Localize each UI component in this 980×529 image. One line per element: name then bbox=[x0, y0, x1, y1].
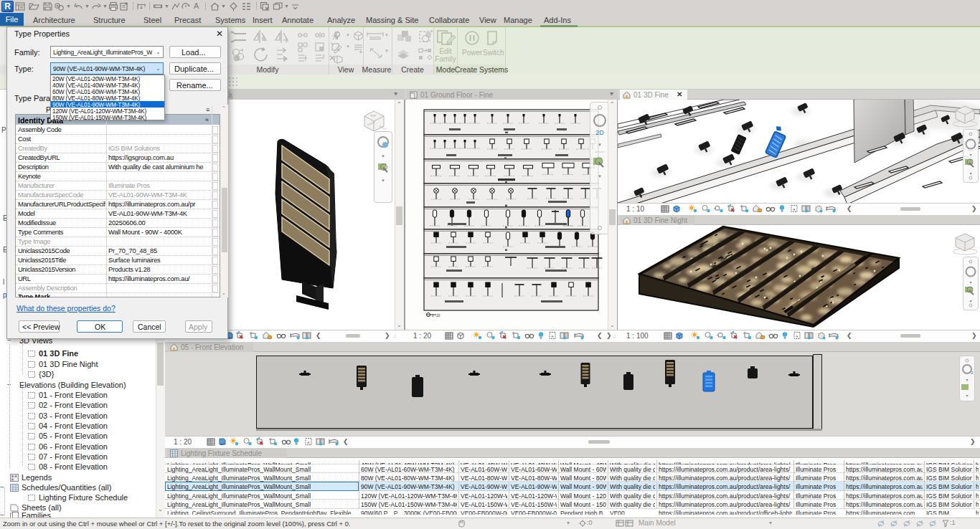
svg-text:2D: 2D bbox=[595, 129, 604, 136]
svg-text:2D: 2D bbox=[971, 371, 974, 375]
svg-text:▾: ▾ bbox=[969, 280, 971, 285]
svg-text:▾: ▾ bbox=[969, 153, 971, 157]
svg-text:▾: ▾ bbox=[382, 178, 385, 183]
svg-text:1 : 20: 1 : 20 bbox=[432, 314, 440, 318]
svg-text:TOP: TOP bbox=[370, 114, 376, 118]
svg-text:▾: ▾ bbox=[598, 142, 601, 147]
svg-text:▾: ▾ bbox=[966, 378, 968, 382]
svg-text:▾: ▾ bbox=[598, 173, 601, 178]
svg-text:▾: ▾ bbox=[969, 299, 971, 303]
svg-text:▾: ▾ bbox=[966, 394, 968, 398]
svg-text:RIGHT: RIGHT bbox=[379, 125, 387, 131]
svg-text:▾: ▾ bbox=[382, 153, 385, 158]
svg-text:▾: ▾ bbox=[969, 171, 971, 176]
